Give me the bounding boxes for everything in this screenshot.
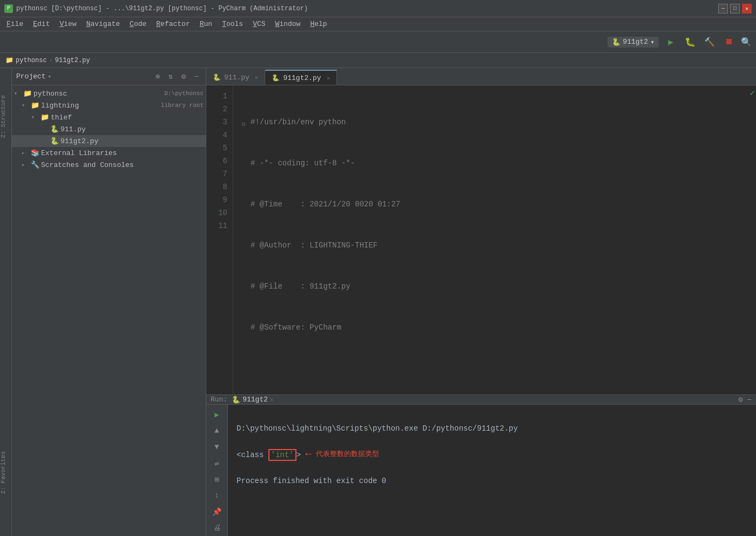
run-config-dropdown-icon: ▾ (650, 38, 654, 46)
code-content[interactable]: ⊟ #!/usr/bin/env python # -*- coding: ut… (233, 85, 748, 394)
code-text-6: # @Software: PyCharm (251, 321, 748, 334)
code-editor[interactable]: 1 2 3 4 5 6 7 8 9 10 11 ⊟ #!/usr/bin/env… (206, 85, 756, 394)
favorites-panel-toggle[interactable]: 2: Favorites (0, 448, 6, 497)
tab-label-911gt2py: 911gt2.py (283, 74, 321, 82)
run-settings-button[interactable]: ⚙ (738, 395, 742, 404)
file-icon-911py: 🐍 (50, 125, 59, 133)
tab-icon-911gt2py: 🐍 (272, 74, 280, 82)
stop-button[interactable]: ⏹ (721, 35, 737, 50)
code-line-5: # @File : 911gt2.py (242, 280, 748, 295)
fold-arrow-2 (242, 159, 251, 172)
run-scroll-down-button[interactable]: ▼ (211, 440, 224, 453)
window-title: pythonsc [D:\pythonsc] - ...\911gt2.py [… (16, 5, 308, 12)
run-sort-button[interactable]: ↕ (211, 489, 224, 502)
tree-label-lightning: lightning (41, 102, 158, 110)
tree-arrow-thief: ▾ (31, 114, 39, 120)
menu-run[interactable]: Run (195, 19, 217, 29)
minimize-panel-button[interactable]: − (192, 72, 201, 82)
window-controls[interactable]: — □ ✕ (718, 4, 752, 14)
structure-panel-toggle[interactable]: Z: Structure (0, 92, 6, 141)
run-label: Run: (211, 396, 227, 404)
tree-label-911gt2py: 911gt2.py (60, 137, 204, 145)
menu-vcs[interactable]: VCS (248, 19, 269, 29)
annotation-arrow: ←代表整数的数据类型 (305, 448, 379, 461)
run-config-selector[interactable]: 🐍 911gt2 ▾ (608, 37, 659, 48)
run-output-line1: D:\pythonsc\lightning\Scripts\python.exe… (237, 424, 518, 433)
tab-close-911py[interactable]: ✕ (255, 74, 259, 81)
build-button[interactable]: 🔨 (702, 35, 717, 50)
breadcrumb-file[interactable]: 911gt2.py (55, 57, 90, 64)
search-icon[interactable]: 🔍 (741, 37, 752, 48)
run-tab-911gt2[interactable]: 🐍 911gt2 ✕ (232, 396, 273, 404)
run-pin-button[interactable]: 📌 (211, 505, 224, 518)
new-file-button[interactable]: ⊕ (153, 72, 163, 82)
menu-help[interactable]: Help (306, 19, 331, 29)
code-line-6: # @Software: PyCharm (242, 321, 748, 336)
folder-icon-pythonsc: 📁 (23, 89, 32, 98)
menu-navigate[interactable]: Navigate (82, 19, 124, 29)
fold-arrow-7 (242, 364, 251, 377)
tab-911py[interactable]: 🐍 911.py ✕ (206, 70, 265, 85)
run-tab-name: 911gt2 (242, 396, 268, 404)
tree-item-thief[interactable]: ▾ 📁 thief (12, 111, 206, 123)
settings-button[interactable]: ⚙ (179, 72, 188, 82)
project-panel-title: Project ▾ (16, 72, 51, 81)
toolbar-right: 🐍 911gt2 ▾ ▶ 🐛 🔨 ⏹ 🔍 (608, 35, 752, 50)
tree-label-scratches: Scratches and Consoles (41, 161, 204, 169)
breadcrumb-separator: › (49, 57, 53, 64)
tree-item-lightning[interactable]: ▾ 📁 lightning library root (12, 99, 206, 111)
expand-button[interactable]: ⇅ (166, 72, 176, 82)
fold-arrow-1[interactable]: ⊟ (242, 118, 251, 131)
run-play-button[interactable]: ▶ (211, 408, 224, 421)
menu-view[interactable]: View (55, 19, 80, 29)
menu-tools[interactable]: Tools (218, 19, 247, 29)
tree-item-911py[interactable]: 🐍 911.py (12, 123, 206, 135)
app-icon: P (4, 4, 13, 13)
tree-item-pythonsc[interactable]: ▾ 📁 pythonsc D:\pythonsc (12, 88, 206, 99)
run-toolbar: ▶ ▲ ▼ ⇌ ⊞ ↕ 📌 🖨 🗑 (206, 405, 228, 536)
run-header-left: Run: 🐍 911gt2 ✕ (211, 396, 274, 404)
maximize-button[interactable]: □ (730, 4, 740, 14)
code-line-1: ⊟ #!/usr/bin/env python (242, 116, 748, 131)
tree-item-scratches[interactable]: ▸ 🔧 Scratches and Consoles (12, 159, 206, 171)
lib-icon: 📚 (30, 149, 40, 157)
project-panel-actions: ⊕ ⇅ ⚙ − (153, 72, 201, 82)
right-gutter: ✓ (748, 85, 756, 394)
run-tab-close[interactable]: ✕ (270, 396, 274, 403)
breadcrumb-project[interactable]: pythonsc (16, 57, 47, 64)
run-layout-button[interactable]: ⊞ (211, 473, 224, 486)
annotation-text: 代表整数的数据类型 (316, 448, 379, 461)
tree-item-external-libraries[interactable]: ▸ 📚 External Libraries (12, 147, 206, 159)
code-line-7 (242, 362, 748, 377)
menu-refactor[interactable]: Refactor (152, 19, 194, 29)
run-minimize-button[interactable]: − (747, 396, 752, 404)
minimize-button[interactable]: — (718, 4, 728, 14)
menu-file[interactable]: File (2, 19, 28, 29)
run-scroll-up-button[interactable]: ▲ (211, 424, 224, 437)
run-wrap-button[interactable]: ⇌ (211, 457, 224, 470)
run-button[interactable]: ▶ (663, 35, 678, 50)
breadcrumb: 📁 pythonsc › 911gt2.py (0, 53, 756, 68)
tree-label-911py: 911.py (60, 125, 204, 133)
menu-edit[interactable]: Edit (29, 19, 54, 29)
fold-arrow-5 (242, 282, 251, 295)
tab-bar: 🐍 911.py ✕ 🐍 911gt2.py ✕ (206, 68, 756, 85)
close-button[interactable]: ✕ (742, 4, 752, 14)
tab-close-911gt2py[interactable]: ✕ (327, 75, 330, 82)
tab-911gt2py[interactable]: 🐍 911gt2.py ✕ (265, 70, 337, 85)
run-panel: Run: 🐍 911gt2 ✕ ⚙ − ▶ ▲ ▼ ⇌ (206, 394, 756, 536)
tree-item-911gt2py[interactable]: 🐍 911gt2.py (12, 135, 206, 147)
run-tab-icon: 🐍 (232, 396, 240, 404)
menu-code[interactable]: Code (125, 19, 151, 29)
run-output-line4: Process finished with exit code 0 (237, 477, 386, 485)
fold-arrow-6 (242, 323, 251, 336)
menu-window[interactable]: Window (271, 19, 305, 29)
code-text-5: # @File : 911gt2.py (251, 280, 748, 293)
run-print-button[interactable]: 🖨 (211, 521, 224, 534)
folder-icon-lightning: 📁 (30, 101, 40, 110)
code-line-3: # @Time : 2021/1/20 0020 01:27 (242, 198, 748, 213)
main-layout: Z: Structure 2: Favorites Project ▾ ⊕ ⇅ … (0, 68, 756, 536)
tree-arrow-pythonsc: ▾ (14, 90, 22, 97)
folder-icon-thief: 📁 (40, 113, 50, 122)
debug-button[interactable]: 🐛 (683, 35, 698, 50)
